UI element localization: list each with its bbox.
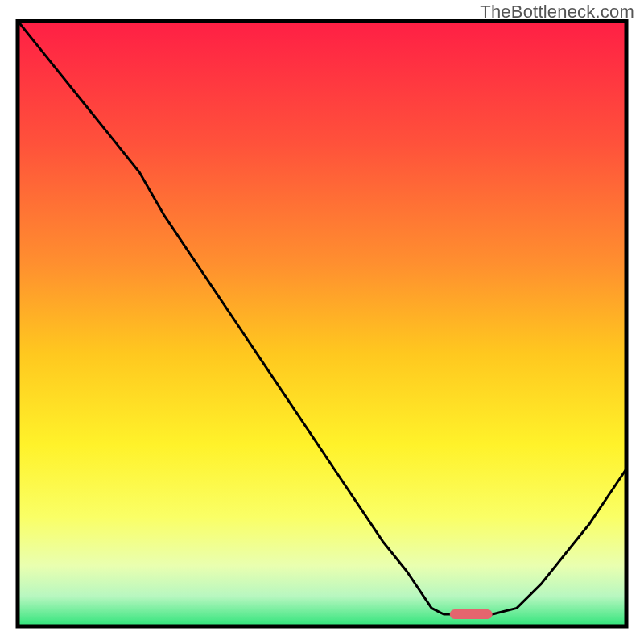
optimal-range-marker — [450, 609, 493, 619]
chart-gradient-bg — [18, 21, 626, 626]
chart-stage: TheBottleneck.com — [0, 0, 644, 644]
bottleneck-chart — [0, 0, 644, 644]
watermark-text: TheBottleneck.com — [480, 2, 634, 23]
